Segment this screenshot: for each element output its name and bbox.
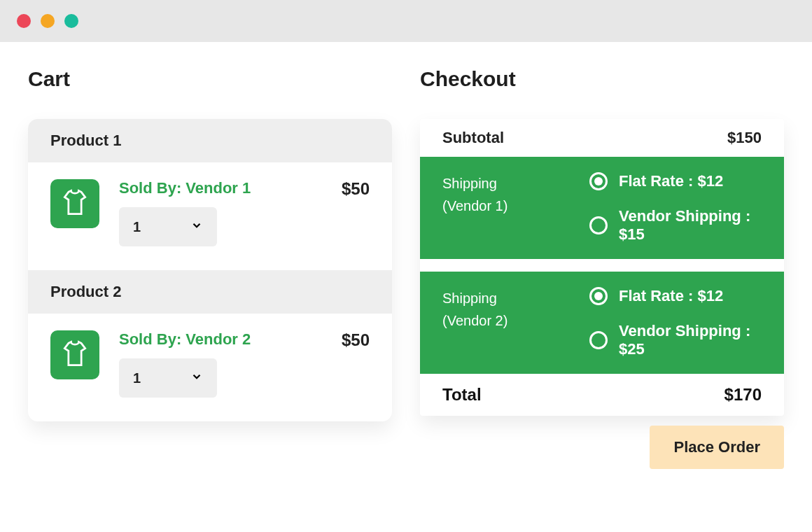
- radio-icon: [589, 216, 608, 234]
- shipping-option-label: Flat Rate : $12: [619, 287, 723, 305]
- shipping-option-label: Flat Rate : $12: [619, 172, 723, 190]
- subtotal-value: $150: [727, 129, 762, 147]
- quantity-select[interactable]: 1: [119, 207, 217, 246]
- shipping-option-vendor-shipping[interactable]: Vendor Shipping : $25: [589, 322, 762, 358]
- shipping-option-vendor-shipping[interactable]: Vendor Shipping : $15: [589, 207, 762, 244]
- product-header: Product 1: [28, 119, 392, 162]
- chevron-down-icon: [190, 370, 203, 386]
- product-row: Sold By: Vendor 1 1 $50: [28, 162, 392, 270]
- product-row: Sold By: Vendor 2 1 $50: [28, 314, 392, 421]
- quantity-select[interactable]: 1: [119, 358, 217, 398]
- place-order-button[interactable]: Place Order: [650, 426, 784, 469]
- total-row: Total $170: [420, 374, 784, 416]
- subtotal-row: Subtotal $150: [420, 119, 784, 157]
- cart-card: Product 1 Sold By: Vendor 1 1: [28, 119, 392, 421]
- shipping-label-line1: Shipping: [442, 176, 497, 191]
- shipping-option-label: Vendor Shipping : $15: [619, 207, 762, 244]
- chevron-down-icon: [190, 219, 203, 235]
- shipping-label: Shipping (Vendor 1): [442, 172, 547, 244]
- radio-icon: [589, 172, 608, 190]
- jacket-icon: [59, 187, 90, 220]
- total-label: Total: [442, 385, 482, 405]
- window-maximize-icon[interactable]: [64, 14, 78, 28]
- radio-icon: [589, 287, 608, 305]
- shipping-label-line1: Shipping: [442, 290, 497, 306]
- shipping-label-line2: (Vendor 1): [442, 198, 507, 214]
- checkout-title: Checkout: [420, 67, 784, 91]
- product-price: $50: [342, 330, 370, 350]
- radio-icon: [589, 331, 608, 349]
- window-minimize-icon[interactable]: [41, 14, 55, 28]
- shipping-label: Shipping (Vendor 2): [442, 287, 547, 358]
- sold-by-label: Sold By: Vendor 2: [119, 330, 322, 349]
- shipping-block-vendor-2: Shipping (Vendor 2) Flat Rate : $12 Vend…: [420, 272, 784, 374]
- cart-title: Cart: [28, 67, 392, 91]
- shipping-block-vendor-1: Shipping (Vendor 1) Flat Rate : $12 Vend…: [420, 157, 784, 259]
- product-header: Product 2: [28, 270, 392, 314]
- titlebar: [0, 0, 812, 42]
- checkout-card: Subtotal $150 Shipping (Vendor 1) Flat R…: [420, 119, 784, 416]
- jacket-icon: [59, 338, 90, 372]
- checkout-column: Checkout Subtotal $150 Shipping (Vendor …: [420, 67, 784, 469]
- product-thumbnail: [50, 179, 99, 228]
- product-price: $50: [342, 179, 370, 199]
- shipping-option-flat-rate[interactable]: Flat Rate : $12: [589, 287, 762, 305]
- product-thumbnail: [50, 330, 99, 379]
- quantity-value: 1: [133, 370, 141, 386]
- subtotal-label: Subtotal: [442, 129, 504, 147]
- quantity-value: 1: [133, 219, 141, 235]
- sold-by-label: Sold By: Vendor 1: [119, 179, 322, 197]
- shipping-option-flat-rate[interactable]: Flat Rate : $12: [589, 172, 762, 190]
- total-value: $170: [724, 385, 762, 405]
- shipping-option-label: Vendor Shipping : $25: [619, 322, 762, 358]
- window-close-icon[interactable]: [17, 14, 31, 28]
- cart-column: Cart Product 1 Sold By: Vendor 1 1: [28, 67, 392, 469]
- shipping-label-line2: (Vendor 2): [442, 313, 507, 328]
